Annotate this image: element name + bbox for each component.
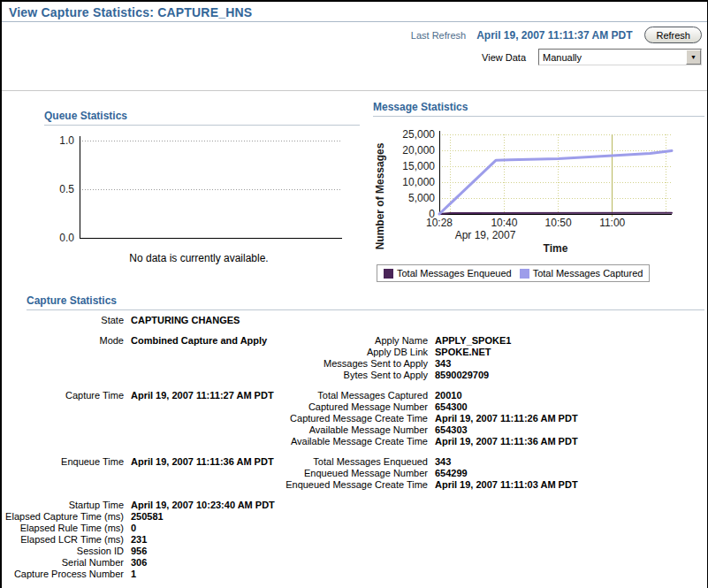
stat-row: Capture Process Number1 (5, 569, 275, 580)
stat-row: Elapsed Rule Time (ms)0 (5, 523, 275, 534)
svg-text:25,000: 25,000 (402, 128, 435, 141)
stat-value: April 19, 2007 11:11:26 AM PDT (435, 413, 578, 424)
stat-row: Messages Sent to Apply343 (249, 358, 511, 370)
stat-value: Combined Capture and Apply (131, 335, 267, 347)
stat-label: Capture Process Number (5, 569, 124, 580)
stat-row: Enqueue TimeApril 19, 2007 11:11:36 AM P… (5, 456, 274, 468)
refresh-button[interactable]: Refresh (644, 27, 702, 43)
stat-label: Elapsed Rule Time (ms) (5, 523, 124, 534)
capture-left-group-4: Startup TimeApril 19, 2007 10:23:40 AM P… (5, 500, 275, 580)
legend-swatch-icon (520, 269, 529, 279)
last-refresh-value: April 19, 2007 11:11:37 AM PDT (476, 29, 632, 42)
stat-row: Session ID956 (5, 546, 275, 557)
svg-text:10,000: 10,000 (402, 176, 435, 188)
svg-text:11:00: 11:00 (599, 217, 625, 229)
stat-value: CAPTURING CHANGES (131, 315, 240, 326)
stat-label: Bytes Sent to Apply (249, 370, 428, 381)
view-data-select[interactable]: Manually ▼ (538, 49, 702, 65)
dropdown-arrow-icon[interactable]: ▼ (686, 50, 701, 65)
stat-label: Serial Number (5, 557, 124, 569)
stat-value: 654299 (435, 468, 468, 479)
stat-value: 8590029709 (435, 370, 489, 381)
svg-text:20,000: 20,000 (402, 144, 435, 157)
stat-label: Total Messages Enqueued (249, 456, 428, 468)
queue-statistics-chart: 0.00.51.0 (44, 126, 354, 242)
stat-row: Captured Message Number654300 (249, 401, 578, 413)
stat-row: Capture TimeApril 19, 2007 11:11:27 AM P… (5, 390, 274, 401)
stat-value: 343 (435, 358, 451, 370)
stat-row: Apply DB LinkSPOKE.NET (249, 347, 511, 358)
stat-label: Mode (5, 335, 124, 347)
stat-value: April 19, 2007 11:11:03 AM PDT (435, 479, 578, 491)
stat-row: Apply NameAPPLY_SPOKE1 (249, 335, 511, 347)
stat-value: 1 (131, 569, 136, 580)
svg-text:Apr 19, 2007: Apr 19, 2007 (455, 229, 516, 241)
legend-item: Total Messages Enqueued (384, 268, 512, 279)
capture-right-group-2: Total Messages Enqueued343Enqueued Messa… (249, 456, 578, 491)
view-data-row: View Data Manually ▼ (482, 49, 702, 65)
stat-row: Elapsed LCR Time (ms)231 (5, 534, 275, 546)
svg-text:Time: Time (544, 242, 568, 255)
stat-row: Elapsed Capture Time (ms)250581 (5, 511, 275, 523)
stat-label: Enqueued Message Create Time (249, 479, 428, 491)
message-chart-legend: Total Messages EnqueuedTotal Messages Ca… (377, 264, 650, 282)
capture-right-group-1: Total Messages Captured20010Captured Mes… (249, 390, 578, 447)
stat-label: Enqueue Time (5, 456, 124, 468)
stat-value: 20010 (435, 390, 462, 401)
stat-row: Available Message Create TimeApril 19, 2… (249, 436, 578, 447)
svg-text:10:50: 10:50 (545, 217, 572, 229)
stat-value: 654300 (435, 401, 468, 413)
svg-text:5,000: 5,000 (408, 192, 435, 204)
last-refresh-label: Last Refresh (411, 30, 466, 41)
legend-swatch-icon (384, 269, 393, 279)
stat-value: April 19, 2007 11:11:36 AM PDT (435, 436, 578, 447)
stat-row: Serial Number306 (5, 557, 275, 569)
stat-label: Total Messages Captured (249, 390, 428, 401)
svg-text:Number of Messages: Number of Messages (374, 142, 386, 249)
stat-value: 250581 (131, 511, 164, 523)
stat-label: Available Message Number (249, 424, 428, 436)
svg-text:15,000: 15,000 (402, 160, 435, 172)
stat-row: Available Message Number654303 (249, 424, 578, 436)
stat-row: Enqueued Message Create TimeApril 19, 20… (249, 479, 578, 491)
capture-left-group-1: ModeCombined Capture and Apply (5, 335, 267, 347)
stat-label: Startup Time (5, 500, 124, 511)
stat-label: Available Message Create Time (249, 436, 428, 447)
view-data-selected-value: Manually (539, 52, 686, 63)
stat-label: State (5, 315, 124, 326)
stat-row: StateCAPTURING CHANGES (5, 315, 240, 326)
stat-value: 956 (131, 546, 147, 557)
stat-label: Messages Sent to Apply (249, 358, 428, 370)
svg-text:0.5: 0.5 (59, 183, 74, 195)
stat-label: Elapsed Capture Time (ms) (5, 511, 124, 523)
legend-label: Total Messages Enqueued (397, 268, 512, 279)
stat-row: ModeCombined Capture and Apply (5, 335, 267, 347)
stat-label: Captured Message Create Time (249, 413, 428, 424)
stat-row: Total Messages Enqueued343 (249, 456, 578, 468)
stat-label: Capture Time (5, 390, 124, 401)
stat-row: Startup TimeApril 19, 2007 10:23:40 AM P… (5, 500, 275, 511)
header-divider (2, 90, 707, 91)
view-data-label: View Data (482, 52, 526, 63)
stat-value: 306 (131, 557, 147, 569)
stat-value: 654303 (435, 424, 468, 436)
stat-row: Bytes Sent to Apply8590029709 (249, 370, 511, 381)
svg-text:0.0: 0.0 (59, 232, 74, 242)
svg-text:10:40: 10:40 (491, 217, 517, 229)
stat-value: 343 (435, 456, 451, 468)
no-data-message: No data is currently available. (44, 252, 354, 264)
queue-statistics-heading: Queue Statistics (44, 110, 360, 126)
stat-row: Captured Message Create TimeApril 19, 20… (249, 413, 578, 424)
stat-label: Elapsed LCR Time (ms) (5, 534, 124, 546)
stat-label: Apply Name (249, 335, 428, 347)
svg-text:1.0: 1.0 (59, 134, 74, 147)
stat-row: Enqueued Message Number654299 (249, 468, 578, 479)
stat-row: Total Messages Captured20010 (249, 390, 578, 401)
capture-left-group-2: Capture TimeApril 19, 2007 11:11:27 AM P… (5, 390, 274, 401)
stat-value: 0 (131, 523, 136, 534)
page-title: View Capture Statistics: CAPTURE_HNS (9, 5, 252, 19)
stat-value: 231 (131, 534, 147, 546)
message-statistics-chart: 05,00010,00015,00020,00025,00010:2810:40… (373, 115, 708, 263)
stat-value: SPOKE.NET (435, 347, 491, 358)
capture-left-group-3: Enqueue TimeApril 19, 2007 11:11:36 AM P… (5, 456, 274, 468)
